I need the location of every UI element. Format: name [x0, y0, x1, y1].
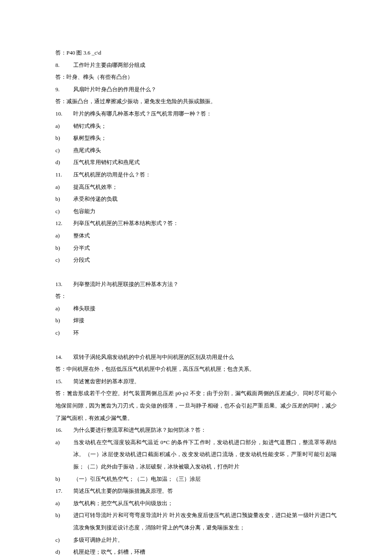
- list-text: 分段式: [73, 254, 90, 266]
- list-marker: b): [55, 473, 73, 486]
- list-item: c)多级可调静止叶片。: [55, 534, 337, 546]
- list-text: 榫头联接: [73, 303, 95, 315]
- list-text: 焊接: [73, 315, 84, 327]
- list-marker: b): [55, 242, 73, 254]
- item-number: 17.: [55, 485, 73, 497]
- list-marker: b): [55, 509, 73, 534]
- list-item: b)枞树型榫头；: [55, 132, 337, 145]
- list-item: c)燕尾式榫头: [55, 145, 337, 157]
- question-14: 14. 双转子涡轮风扇发动机的中介机匣与中间机匣的区别及功用是什么: [55, 351, 337, 364]
- item-number: 8.: [55, 59, 73, 72]
- list-text: 当发动机在空气湿度较高和气温近 0*C 的条件下工作时，发动机进口部分，如进气道…: [73, 436, 337, 473]
- list-marker: a): [55, 497, 73, 510]
- list-item: b)（一）引压气机热空气；（二）电加温；（三）涂层: [55, 473, 337, 486]
- list-marker: a): [55, 120, 73, 133]
- list-text: 销钉式榫头；: [73, 120, 107, 133]
- list-item: b)分半式: [55, 242, 337, 254]
- list-item: a)提高压气机效率；: [55, 181, 337, 194]
- list-item: b)焊接: [55, 315, 337, 327]
- list-marker: b): [55, 132, 73, 145]
- list-marker: a): [55, 436, 73, 473]
- list-text: 机匣处理；吹气，斜槽，环槽: [73, 546, 145, 555]
- item-text: 列举整流叶片与机匣联接的三种基本方法？: [73, 278, 179, 291]
- question-10: 10. 叶片的榫头有哪几种基本形式？压气机常用哪一种？答：: [55, 108, 337, 120]
- question-17: 17. 简述压气机主要的防喘振措施及原理。答: [55, 485, 337, 497]
- list-marker: c): [55, 534, 73, 546]
- question-11: 11. 压气机机匣的功用是什么？答：: [55, 169, 337, 181]
- item-text: 压气机机匣的功用是什么？答：: [73, 169, 151, 181]
- answer-15: 答：篦齿形成若干个空腔。封气装置两侧总压差 p0-p2 不变；由于分割，漏气截面…: [55, 387, 337, 424]
- item-number: 12.: [55, 217, 73, 230]
- answer-14: 答：中间机匣在外，包括低压压气机机匣中介机匣，高压压气机机匣；包含关系。: [55, 363, 337, 376]
- list-text: 燕尾式榫头: [73, 145, 101, 157]
- item-number: 11.: [55, 169, 73, 181]
- list-item: c)包容能力: [55, 205, 337, 218]
- list-marker: a): [55, 230, 73, 242]
- list-text: 整体式: [73, 230, 90, 242]
- question-12: 12. 列举压气机机匣的三种基本结构形式？答：: [55, 217, 337, 230]
- list-marker: c): [55, 145, 73, 157]
- item-text: 简述篦齿密封的基本原理。: [73, 376, 140, 388]
- item-number: 10.: [55, 108, 73, 120]
- list-item: c)分段式: [55, 254, 337, 266]
- list-text: 环: [73, 327, 79, 339]
- item-text: 为什么要进行整流罩和进气机匣防冰？如何防冰？答：: [73, 424, 206, 436]
- question-16: 16. 为什么要进行整流罩和进气机匣防冰？如何防冰？答：: [55, 424, 337, 436]
- answer-13-label: 答：: [55, 290, 337, 303]
- list-item: d)压气机常用销钉式和燕尾式: [55, 156, 337, 169]
- item-text: 工作叶片主要由哪两部分组成: [73, 59, 145, 72]
- list-item: a)榫头联接: [55, 303, 337, 315]
- item-number: 16.: [55, 424, 73, 436]
- list-marker: b): [55, 315, 73, 327]
- list-marker: a): [55, 303, 73, 315]
- list-text: （一）引压气机热空气；（二）电加温；（三）涂层: [73, 473, 201, 486]
- list-item: a)当发动机在空气湿度较高和气温近 0*C 的条件下工作时，发动机进口部分，如进…: [55, 436, 337, 473]
- list-item: d)机匣处理；吹气，斜槽，环槽: [55, 546, 337, 555]
- list-text: 枞树型榫头；: [73, 132, 107, 145]
- item-number: 13.: [55, 278, 73, 291]
- item-number: 9.: [55, 84, 73, 96]
- list-marker: b): [55, 193, 73, 205]
- question-9: 9. 风扇叶片叶身凸台的作用是什么？: [55, 84, 337, 96]
- item-text: 列举压气机机匣的三种基本结构形式？答：: [73, 217, 179, 230]
- question-13: 13. 列举整流叶片与机匣联接的三种基本方法？: [55, 278, 337, 291]
- item-number: 15.: [55, 376, 73, 388]
- list-item: b)承受和传递的负载: [55, 193, 337, 205]
- item-text: 双转子涡轮风扇发动机的中介机匣与中间机匣的区别及功用是什么: [73, 351, 234, 364]
- item-text: 叶片的榫头有哪几种基本形式？压气机常用哪一种？答：: [73, 108, 212, 120]
- list-text: 进口可转导流叶片和可弯弯度导流叶片 叶片改变角度后使压气机进口预旋量改变，进口处…: [73, 509, 337, 534]
- item-text: 风扇叶片叶身凸台的作用是什么？: [73, 84, 156, 96]
- list-item: b)进口可转导流叶片和可弯弯度导流叶片 叶片改变角度后使压气机进口预旋量改变，进…: [55, 509, 337, 534]
- list-marker: c): [55, 327, 73, 339]
- answer-8: 答：叶身、榫头（有些有凸台）: [55, 71, 337, 84]
- answer-ref: 答：P40 图 3.6 _c\d: [55, 47, 337, 59]
- list-item: a)放气机构；把空气从压气机中间级放出；: [55, 497, 337, 510]
- list-text: 提高压气机效率；: [73, 181, 118, 194]
- list-item: c)环: [55, 327, 337, 339]
- item-text: 简述压气机主要的防喘振措施及原理。答: [73, 485, 173, 497]
- list-marker: a): [55, 181, 73, 194]
- list-text: 放气机构；把空气从压气机中间级放出；: [73, 497, 173, 510]
- list-marker: c): [55, 205, 73, 218]
- list-text: 分半式: [73, 242, 90, 254]
- list-marker: d): [55, 546, 73, 555]
- list-marker: c): [55, 254, 73, 266]
- question-15: 15. 简述篦齿密封的基本原理。: [55, 376, 337, 388]
- list-marker: d): [55, 156, 73, 169]
- question-8: 8. 工作叶片主要由哪两部分组成: [55, 59, 337, 72]
- list-text: 承受和传递的负载: [73, 193, 118, 205]
- list-item: a)销钉式榫头；: [55, 120, 337, 133]
- list-item: a)整体式: [55, 230, 337, 242]
- list-text: 压气机常用销钉式和燕尾式: [73, 156, 140, 169]
- list-text: 包容能力: [73, 205, 95, 218]
- list-text: 多级可调静止叶片。: [73, 534, 123, 546]
- item-number: 14.: [55, 351, 73, 364]
- answer-9: 答：减振凸台，通过摩擦减少振动，避免发生危险的共振或颤振。: [55, 95, 337, 108]
